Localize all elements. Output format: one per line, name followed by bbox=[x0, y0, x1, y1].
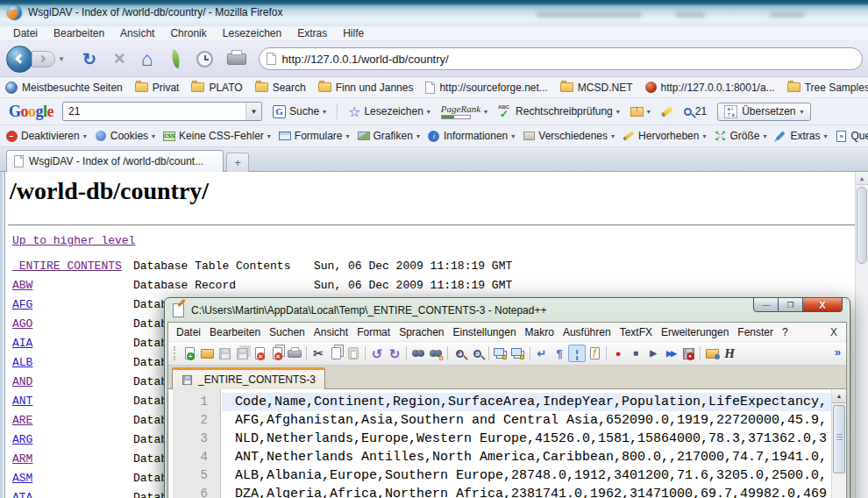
google-search-dropdown-icon[interactable]: ▼ bbox=[245, 103, 261, 120]
dir-entry-link[interactable]: ABW bbox=[12, 279, 32, 292]
google-spellcheck-button[interactable]: ABC✓ Rechtschreibprüfung ▾ bbox=[498, 105, 620, 118]
cut-icon[interactable]: ✂ bbox=[309, 345, 327, 362]
show-all-chars-icon[interactable]: ¶ bbox=[551, 345, 568, 362]
bookmark-item[interactable]: Tree Samples bbox=[787, 82, 868, 94]
history-clock-icon[interactable] bbox=[196, 51, 213, 68]
devtool-resize-button[interactable]: ↖↗↙↘Größe▾ bbox=[714, 130, 766, 142]
notepad-menu-?[interactable]: ? bbox=[782, 326, 788, 338]
history-dropdown-icon[interactable]: ▼ bbox=[58, 55, 65, 63]
close-document-button[interactable]: X bbox=[830, 326, 837, 338]
back-button[interactable] bbox=[6, 46, 33, 73]
redo-icon[interactable]: ↻ bbox=[386, 345, 403, 362]
google-search-box[interactable]: 21 ▼ bbox=[62, 102, 262, 121]
devtool-images-button[interactable]: Grafiken▾ bbox=[358, 130, 420, 142]
html-preview-icon[interactable]: H bbox=[721, 345, 738, 362]
find-icon[interactable] bbox=[409, 345, 427, 362]
notepad-menu-ansicht[interactable]: Ansicht bbox=[314, 326, 348, 338]
editor-area[interactable]: 123456 Code,Name,Continent,Region,Surfac… bbox=[168, 389, 846, 498]
macro-stop-icon[interactable]: ■ bbox=[627, 345, 644, 362]
dir-entry-link[interactable]: AND bbox=[12, 375, 32, 388]
menu-lesezeichen[interactable]: Lesezeichen bbox=[215, 27, 289, 39]
devtool-source-button[interactable]: »Quelltext▾ bbox=[836, 130, 868, 142]
restore-button[interactable]: ❐ bbox=[779, 297, 803, 312]
address-url[interactable]: http://127.0.0.1/world-db/country/ bbox=[282, 53, 449, 66]
devtool-info-button[interactable]: iInformationen▾ bbox=[428, 130, 515, 142]
replace-icon[interactable]: b bbox=[427, 345, 445, 362]
notepad-menu-textfx[interactable]: TextFX bbox=[620, 326, 652, 338]
macro-play-icon[interactable]: ▶ bbox=[644, 345, 662, 362]
home-button[interactable]: ⌂ bbox=[141, 47, 153, 71]
macro-record-icon[interactable]: ● bbox=[609, 345, 627, 362]
google-find-counter[interactable]: 21 bbox=[684, 105, 707, 117]
bookmark-item[interactable]: Privat bbox=[135, 82, 180, 94]
devtool-disable-button[interactable]: –Deaktivieren▾ bbox=[5, 130, 87, 142]
dir-entry-link[interactable]: ANT bbox=[12, 395, 32, 408]
print-button[interactable] bbox=[227, 53, 246, 65]
devtool-cookies-button[interactable]: Cookies▾ bbox=[95, 130, 155, 142]
firefox-titlebar[interactable]: WsgiDAV - Index of /world-db/country/ - … bbox=[0, 0, 868, 26]
macro-run-multiple-icon[interactable]: ▶▶ bbox=[662, 345, 679, 362]
scroll-thumb[interactable] bbox=[857, 187, 867, 264]
indent-guide-icon[interactable]: ¦ bbox=[568, 345, 586, 362]
devtool-misc-button[interactable]: Verschiedenes▾ bbox=[523, 130, 615, 142]
notepad-menu-bearbeiten[interactable]: Bearbeiten bbox=[210, 326, 260, 338]
bookmark-item[interactable]: http://127.0.0.1:8001/a... bbox=[645, 82, 775, 94]
close-all-docs-icon[interactable]: × bbox=[268, 345, 286, 362]
menu-datei[interactable]: Datei bbox=[5, 27, 46, 39]
new-file-icon[interactable]: + bbox=[181, 345, 198, 362]
close-button[interactable]: X bbox=[803, 297, 843, 312]
menu-bearbeiten[interactable]: Bearbeiten bbox=[46, 27, 112, 39]
close-doc-icon[interactable]: × bbox=[251, 345, 268, 362]
notepad-menu-format[interactable]: Format bbox=[357, 326, 390, 338]
devtool-tools-button[interactable]: Extras▾ bbox=[774, 130, 827, 142]
dir-entry-link[interactable]: ALB bbox=[12, 356, 32, 369]
browser-scrollbar[interactable]: ▲ bbox=[855, 172, 868, 498]
dir-entry-link[interactable]: ARM bbox=[12, 452, 32, 466]
editor-scrollbar[interactable]: ▲ bbox=[831, 389, 846, 498]
save-icon[interactable] bbox=[216, 345, 233, 362]
dir-entry-link[interactable]: AGO bbox=[12, 317, 32, 331]
devtool-css-button[interactable]: CSSKeine CSS-Fehler▾ bbox=[163, 130, 271, 142]
bookmark-item[interactable]: Search bbox=[255, 82, 306, 94]
bookmark-item[interactable]: Meistbesuchte Seiten bbox=[5, 82, 123, 94]
google-bookmarks-button[interactable]: ☆ Lesezeichen ▾ bbox=[348, 103, 430, 120]
stop-button[interactable]: × bbox=[114, 47, 125, 70]
dir-entry-link[interactable]: ARG bbox=[12, 433, 32, 446]
scroll-thumb[interactable] bbox=[833, 405, 845, 473]
google-search-button[interactable]: G Suche ▾ bbox=[273, 105, 326, 118]
word-wrap-icon[interactable]: ↵ bbox=[533, 345, 551, 362]
devtool-forms-button[interactable]: Formulare▾ bbox=[279, 130, 350, 142]
zoom-out-icon[interactable]: − bbox=[468, 345, 486, 362]
forward-button[interactable] bbox=[32, 51, 55, 68]
tab-wsgidav[interactable]: WsgiDAV - Index of /world-db/count... bbox=[6, 150, 224, 172]
notepad-menu-erweiterungen[interactable]: Erweiterungen bbox=[661, 326, 729, 338]
notepad-menu-ausfhren[interactable]: Ausführen bbox=[563, 326, 611, 338]
google-search-value[interactable]: 21 bbox=[63, 105, 245, 117]
notepad-menu-makro[interactable]: Makro bbox=[525, 326, 554, 338]
minimize-button[interactable]: — bbox=[753, 297, 779, 312]
new-tab-button[interactable]: + bbox=[226, 153, 249, 172]
devtool-outline-button[interactable]: Hervorheben▾ bbox=[623, 130, 706, 142]
notepad-titlebar[interactable]: C:\Users\Martin\AppData\Local\Temp\_ENTI… bbox=[165, 298, 850, 322]
document-tab[interactable]: _ENTIRE_CONTENTS-3 bbox=[172, 367, 325, 389]
dir-entry-link[interactable]: _ENTIRE_CONTENTS bbox=[12, 260, 122, 273]
dir-entry-link[interactable]: ATA bbox=[12, 491, 32, 498]
save-all-icon[interactable] bbox=[233, 345, 251, 362]
menu-ansicht[interactable]: Ansicht bbox=[112, 27, 162, 39]
dir-entry-link[interactable]: AFG bbox=[12, 298, 32, 311]
bookmark-item[interactable]: MCSD.NET bbox=[560, 82, 633, 94]
zoom-in-icon[interactable]: + bbox=[451, 345, 468, 362]
sage-leaf-icon[interactable] bbox=[168, 49, 182, 68]
notepad-menu-suchen[interactable]: Suchen bbox=[269, 326, 305, 338]
address-bar[interactable]: http://127.0.0.1/world-db/country/ bbox=[259, 47, 863, 70]
menu-hilfe[interactable]: Hilfe bbox=[335, 27, 372, 39]
menu-chronik[interactable]: Chronik bbox=[162, 27, 214, 39]
bookmark-item[interactable]: PLATO bbox=[191, 82, 242, 94]
doc-map-icon[interactable]: ƒ bbox=[586, 345, 603, 362]
toolbar-drag-handle[interactable] bbox=[174, 346, 176, 360]
sync-scroll-v-icon[interactable] bbox=[492, 345, 509, 362]
google-highlighter-button[interactable] bbox=[661, 110, 673, 114]
menu-extras[interactable]: Extras bbox=[289, 27, 335, 39]
open-file-icon[interactable] bbox=[198, 345, 216, 362]
dir-entry-link[interactable]: ASM bbox=[12, 472, 32, 485]
